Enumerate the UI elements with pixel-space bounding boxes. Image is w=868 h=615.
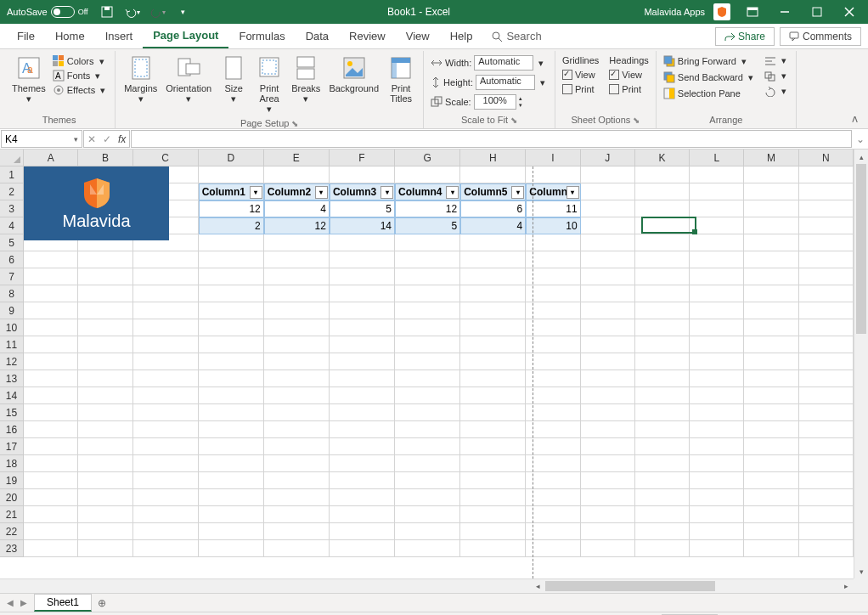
cell[interactable] bbox=[395, 251, 460, 268]
cell[interactable] bbox=[526, 251, 580, 268]
cell[interactable] bbox=[635, 523, 690, 540]
row-header[interactable]: 4 bbox=[0, 217, 24, 234]
cell[interactable] bbox=[395, 455, 460, 472]
cell[interactable] bbox=[799, 319, 854, 336]
cell[interactable] bbox=[581, 370, 635, 387]
cell[interactable] bbox=[690, 217, 744, 234]
cell[interactable] bbox=[460, 540, 526, 557]
cell[interactable] bbox=[395, 234, 460, 251]
cell[interactable] bbox=[635, 506, 690, 523]
cell[interactable] bbox=[460, 438, 526, 455]
cell[interactable]: Column1▾ bbox=[199, 183, 264, 200]
cell[interactable] bbox=[264, 166, 330, 183]
tab-formulas[interactable]: Formulas bbox=[228, 24, 295, 48]
cell[interactable] bbox=[526, 438, 580, 455]
cell[interactable] bbox=[24, 285, 78, 302]
autosave-toggle[interactable]: AutoSave Off bbox=[3, 6, 92, 18]
cell[interactable] bbox=[460, 523, 526, 540]
cell[interactable] bbox=[526, 336, 580, 353]
cell[interactable] bbox=[199, 353, 264, 370]
row-header[interactable]: 18 bbox=[0, 455, 24, 472]
cell[interactable] bbox=[635, 472, 690, 489]
row-header[interactable]: 17 bbox=[0, 438, 24, 455]
sheet-tab-sheet1[interactable]: Sheet1 bbox=[34, 594, 92, 612]
cell[interactable] bbox=[690, 234, 744, 251]
row-header[interactable]: 20 bbox=[0, 489, 24, 506]
cell[interactable] bbox=[24, 540, 78, 557]
cell[interactable] bbox=[526, 506, 580, 523]
cell[interactable] bbox=[526, 370, 580, 387]
col-header[interactable]: B bbox=[78, 150, 132, 166]
selection-pane-button[interactable]: Selection Pane bbox=[662, 87, 758, 100]
col-header[interactable]: F bbox=[330, 150, 395, 166]
row-header[interactable]: 1 bbox=[0, 166, 24, 183]
cell[interactable] bbox=[635, 353, 690, 370]
cell[interactable] bbox=[264, 404, 330, 421]
cell[interactable] bbox=[395, 438, 460, 455]
col-header[interactable]: E bbox=[264, 150, 330, 166]
cell[interactable] bbox=[199, 319, 264, 336]
row-header[interactable]: 15 bbox=[0, 404, 24, 421]
cell[interactable] bbox=[264, 489, 330, 506]
cell[interactable] bbox=[460, 234, 526, 251]
cell[interactable] bbox=[395, 336, 460, 353]
col-header[interactable]: L bbox=[690, 150, 744, 166]
effects-button[interactable]: Effects▾ bbox=[51, 83, 110, 97]
cell[interactable] bbox=[264, 336, 330, 353]
cell[interactable] bbox=[635, 370, 690, 387]
cancel-formula-icon[interactable]: ✕ bbox=[87, 133, 96, 145]
gridlines-print-checkbox[interactable]: Print bbox=[561, 83, 600, 95]
cell[interactable] bbox=[799, 421, 854, 438]
cell[interactable] bbox=[799, 506, 854, 523]
cell[interactable] bbox=[395, 404, 460, 421]
cell[interactable] bbox=[133, 540, 199, 557]
cell[interactable]: 5 bbox=[330, 200, 395, 217]
cell[interactable] bbox=[581, 404, 635, 421]
cell[interactable] bbox=[395, 472, 460, 489]
cell[interactable] bbox=[744, 370, 798, 387]
cell[interactable] bbox=[744, 166, 798, 183]
cell[interactable] bbox=[395, 370, 460, 387]
cell[interactable] bbox=[395, 523, 460, 540]
cell[interactable] bbox=[744, 268, 798, 285]
fx-icon[interactable]: fx bbox=[118, 133, 126, 145]
cell[interactable] bbox=[133, 489, 199, 506]
cell[interactable] bbox=[199, 370, 264, 387]
cell[interactable] bbox=[690, 302, 744, 319]
cell[interactable] bbox=[690, 387, 744, 404]
cell[interactable] bbox=[744, 387, 798, 404]
cell[interactable] bbox=[133, 370, 199, 387]
cell[interactable] bbox=[526, 523, 580, 540]
cell[interactable] bbox=[330, 472, 395, 489]
cell[interactable] bbox=[635, 336, 690, 353]
filter-dropdown-icon[interactable]: ▾ bbox=[315, 186, 328, 199]
cell[interactable] bbox=[744, 251, 798, 268]
cell[interactable] bbox=[199, 523, 264, 540]
cell[interactable] bbox=[330, 234, 395, 251]
headings-view-checkbox[interactable]: View bbox=[607, 69, 650, 81]
col-header[interactable]: J bbox=[581, 150, 635, 166]
select-all-corner[interactable] bbox=[0, 150, 24, 166]
cell[interactable] bbox=[199, 336, 264, 353]
cell[interactable]: 11 bbox=[526, 200, 580, 217]
cell[interactable] bbox=[581, 183, 635, 200]
col-header[interactable]: K bbox=[635, 150, 690, 166]
cell[interactable] bbox=[526, 302, 580, 319]
cell[interactable] bbox=[264, 268, 330, 285]
cell[interactable] bbox=[133, 438, 199, 455]
cell[interactable] bbox=[78, 370, 132, 387]
cell[interactable] bbox=[330, 421, 395, 438]
row-header[interactable]: 5 bbox=[0, 234, 24, 251]
tell-me-search[interactable]: Search bbox=[482, 24, 550, 48]
col-header[interactable]: M bbox=[744, 150, 798, 166]
cell[interactable] bbox=[264, 438, 330, 455]
cell[interactable]: 4 bbox=[264, 200, 330, 217]
cell[interactable] bbox=[690, 285, 744, 302]
cell[interactable] bbox=[460, 387, 526, 404]
cell[interactable] bbox=[78, 506, 132, 523]
cell[interactable] bbox=[395, 421, 460, 438]
cell[interactable] bbox=[330, 302, 395, 319]
row-header[interactable]: 14 bbox=[0, 387, 24, 404]
cell[interactable] bbox=[264, 319, 330, 336]
cell[interactable] bbox=[744, 438, 798, 455]
